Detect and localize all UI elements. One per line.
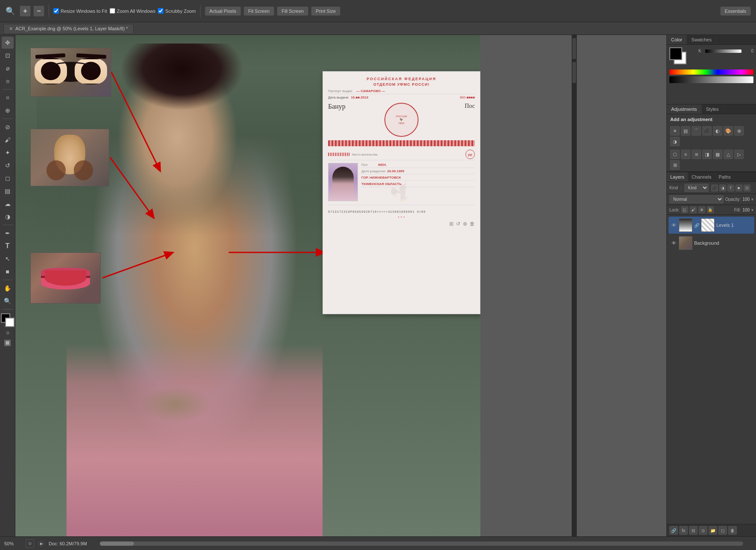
link-layers-btn[interactable]: 🔗 <box>669 526 678 535</box>
zoom-out-button[interactable]: − <box>33 6 44 17</box>
add-style-btn[interactable]: fx <box>679 526 688 535</box>
passport-icon-2[interactable]: ↺ <box>456 221 460 227</box>
swatches-tab[interactable]: Swatches <box>687 35 716 44</box>
fill-screen-button[interactable]: Fill Screen <box>277 6 308 16</box>
stamp-tool[interactable]: ✦ <box>2 147 14 159</box>
status-scrollbar[interactable] <box>100 541 743 546</box>
layer-visibility-bg[interactable]: 👁 <box>670 240 677 246</box>
layer-item-levels1[interactable]: 👁 🔗 Levels 1 <box>669 217 754 234</box>
passport-icon-1[interactable]: ⊞ <box>449 221 454 227</box>
print-size-button[interactable]: Print Size <box>311 6 340 16</box>
channel-mixer-adj[interactable]: ≡ <box>681 150 690 159</box>
status-arrow-btn[interactable]: ▶ <box>38 541 44 547</box>
quick-mask-icon[interactable]: ⊙ <box>6 330 9 335</box>
layer-item-background[interactable]: 👁 Background <box>669 234 754 252</box>
resize-windows-checkbox[interactable] <box>53 8 59 14</box>
marquee-tool[interactable]: ⊡ <box>2 49 14 61</box>
lock-all-btn[interactable]: 🔒 <box>707 206 714 213</box>
add-mask-btn[interactable]: ⊟ <box>689 526 698 535</box>
paths-tab[interactable]: Paths <box>715 172 735 182</box>
k-slider[interactable] <box>705 49 741 53</box>
zoom-in-button[interactable]: + <box>20 6 31 17</box>
document-tab[interactable]: ✕ ACR_Example.dng @ 50% (Levels 1, Layer… <box>3 24 134 33</box>
path-select-tool[interactable]: ↖ <box>2 253 14 265</box>
opacity-dropdown-icon[interactable]: ▾ <box>751 197 753 202</box>
history-brush-tool[interactable]: ↺ <box>2 159 14 171</box>
lasso-tool[interactable]: ⌀ <box>2 62 14 74</box>
screen-mode-icon[interactable]: ▣ <box>4 338 11 347</box>
scrubby-zoom-checkbox[interactable] <box>158 8 163 14</box>
brush-tool[interactable]: 🖌 <box>2 134 14 146</box>
lock-transparent-btn[interactable]: ◱ <box>681 206 688 213</box>
new-adjustment-layer-btn[interactable]: ⊙ <box>699 526 707 535</box>
posterize-adj[interactable]: ▦ <box>713 150 722 159</box>
canvas-area[interactable]: 🦅 РОССИЙСКАЯ ФЕДЕРАЦИЯ ОТДЕЛОМ УФМС РОСС… <box>15 35 666 536</box>
brightness-contrast-adj[interactable]: ☀ <box>670 126 680 136</box>
adjustments-tab[interactable]: Adjustments <box>667 104 702 114</box>
color-tab[interactable]: Color <box>667 35 687 44</box>
passport-icon-3[interactable]: ⊕ <box>463 221 467 227</box>
status-history-btn[interactable]: ⊙ <box>26 539 34 548</box>
thin-bar-tab-2[interactable] <box>572 62 576 83</box>
background-color[interactable] <box>5 318 15 327</box>
hue-sat-adj[interactable]: 🎨 <box>724 126 733 136</box>
layers-kind-dropdown[interactable]: Kind Name Effect <box>684 184 709 192</box>
new-layer-btn[interactable]: ◻ <box>718 526 727 535</box>
styles-tab[interactable]: Styles <box>702 104 724 114</box>
healing-tool[interactable]: ⊘ <box>2 121 14 133</box>
layer-visibility-levels1[interactable]: 👁 <box>670 222 677 229</box>
filter-shape-icon[interactable]: ■ <box>736 185 742 191</box>
filter-adjustment-icon[interactable]: ◑ <box>719 185 726 191</box>
zoom-tool-icon[interactable]: 🔍 <box>3 4 17 18</box>
selective-color-adj[interactable]: ⊞ <box>670 160 680 170</box>
channels-tab[interactable]: Channels <box>688 172 715 182</box>
crop-tool[interactable]: ⌗ <box>2 92 14 104</box>
color-balance-adj[interactable]: ⊕ <box>734 126 744 136</box>
new-group-btn[interactable]: 📁 <box>709 526 717 535</box>
gradient-tool[interactable]: ▤ <box>2 185 14 197</box>
quick-select-tool[interactable]: ⌾ <box>2 75 14 87</box>
lock-image-btn[interactable]: 🖌 <box>690 206 697 213</box>
blur-tool[interactable]: ☁ <box>2 198 14 210</box>
blend-mode-dropdown[interactable]: Normal Multiply Screen <box>669 195 724 203</box>
photo-filter-adj[interactable]: ⬡ <box>670 150 680 159</box>
fit-screen-button[interactable]: Fit Screen <box>244 6 274 16</box>
move-tool[interactable]: ✥ <box>2 37 14 49</box>
layers-tab[interactable]: Layers <box>667 172 688 182</box>
hand-tool[interactable]: ✋ <box>2 282 14 294</box>
filter-smartobj-icon[interactable]: ⊡ <box>744 185 750 191</box>
lock-position-btn[interactable]: ⊕ <box>698 206 705 213</box>
text-tool[interactable]: T <box>2 240 14 252</box>
zoom-tool[interactable]: 🔍 <box>2 295 14 307</box>
color-gradient-bar[interactable] <box>669 76 753 83</box>
zoom-all-windows-checkbox[interactable] <box>110 8 115 14</box>
invert-adj[interactable]: ◨ <box>702 150 712 159</box>
curves-adj[interactable]: ⌒ <box>692 126 701 136</box>
color-lookup-adj[interactable]: ≋ <box>692 150 701 159</box>
exposure-adj[interactable]: ⬛ <box>702 126 712 136</box>
close-document-button[interactable]: ✕ <box>9 26 13 32</box>
thin-bar-tab-1[interactable] <box>572 38 576 59</box>
delete-layer-btn[interactable]: 🗑 <box>728 526 737 535</box>
filter-pixel-icon[interactable]: ⬛ <box>711 185 718 191</box>
actual-pixels-button[interactable]: Actual Pixels <box>205 6 241 16</box>
bw-adj[interactable]: ◑ <box>670 137 680 146</box>
foreground-color-swatch[interactable] <box>669 47 682 60</box>
layer-link-levels1[interactable]: 🔗 <box>694 222 699 229</box>
fg-bg-color-selector[interactable] <box>1 313 15 327</box>
essentials-button[interactable]: Essentials <box>720 6 751 16</box>
levels-adj[interactable]: ▤ <box>681 126 690 136</box>
eraser-tool[interactable]: ◻ <box>2 172 14 184</box>
fill-dropdown-icon[interactable]: ▾ <box>751 208 753 212</box>
threshold-adj[interactable]: △ <box>724 150 733 159</box>
gradient-map-adj[interactable]: ▷ <box>734 150 744 159</box>
filter-type-icon[interactable]: T <box>727 185 734 191</box>
eyedropper-tool[interactable]: ⊕ <box>2 104 14 116</box>
passport-icon-4[interactable]: 🗑 <box>470 221 475 227</box>
shape-tool[interactable]: ■ <box>2 266 14 278</box>
vibrance-adj[interactable]: ◐ <box>713 126 722 136</box>
dodge-tool[interactable]: ◑ <box>2 211 14 223</box>
color-rainbow-bar[interactable] <box>669 69 753 75</box>
status-scrollbar-thumb[interactable] <box>100 541 134 546</box>
pen-tool[interactable]: ✒ <box>2 227 14 239</box>
